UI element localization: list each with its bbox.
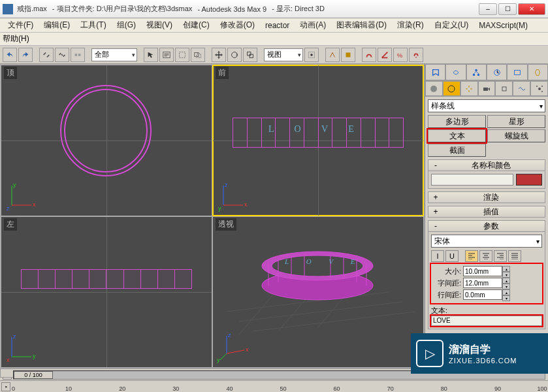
time-thumb[interactable]: 0 / 100 [14,371,53,379]
rollout-render-head[interactable]: + 渲染 [428,191,545,203]
object-type-grid: 多边形 星形 文本 螺旋线 截面 [425,115,548,157]
window-crossing-button[interactable] [191,48,205,62]
leading-spinner[interactable]: ▴▾ [502,289,510,300]
close-button[interactable]: ✕ [518,3,545,15]
menu-animation[interactable]: 动画(A) [295,18,331,32]
select-region-button[interactable] [175,48,189,62]
viewport-perspective[interactable]: 透视 L O V E z x y [213,217,423,367]
svg-line-50 [220,353,227,360]
btn-text[interactable]: 文本 [428,129,486,142]
subtab-systems[interactable] [530,81,548,96]
btn-polygon[interactable]: 多边形 [428,115,486,128]
spinner-snap-toggle[interactable] [409,48,423,62]
menu-maxscript[interactable]: MAXScript(M) [474,20,533,31]
menu-group[interactable]: 组(G) [112,18,141,32]
align-right-button[interactable] [494,250,507,262]
menu-rendering[interactable]: 渲染(R) [392,18,429,32]
svg-text:z: z [7,205,10,212]
love-text-persp: L O V E [285,257,363,265]
menu-modifiers[interactable]: 修改器(O) [215,18,260,32]
title-project: - 项目文件夹: D:\用户目录\我的文档\3dsmax [52,4,193,14]
rollout-params-head[interactable]: - 参数 [428,220,545,232]
viewport-left[interactable]: 左 z y x [1,217,212,367]
subtab-cameras[interactable] [478,81,496,96]
align-center-button[interactable] [479,250,492,262]
menu-help[interactable]: 帮助(H) [3,33,29,44]
scale-button[interactable] [243,48,257,62]
viewport-front[interactable]: 前 L O V E z x y [213,65,423,216]
trackbar-toggle[interactable]: ▪ [1,382,10,391]
menu-views[interactable]: 视图(V) [141,18,178,32]
keymode-button[interactable] [341,48,355,62]
tab-hierarchy[interactable] [466,64,487,80]
minimize-button[interactable]: – [479,3,497,15]
viewports: 顶 y x z 前 [0,64,425,368]
unlink-button[interactable] [55,48,69,62]
font-dropdown[interactable]: 宋体 [431,235,542,248]
subtab-shapes[interactable] [443,81,460,96]
menubar: 文件(F) 编辑(E) 工具(T) 组(G) 视图(V) 创建(C) 修改器(O… [0,18,548,33]
select-button[interactable] [144,48,158,62]
redo-button[interactable] [18,48,33,62]
menu-tools[interactable]: 工具(T) [75,18,111,32]
color-swatch[interactable] [516,174,542,186]
tab-create[interactable] [425,64,445,80]
size-label: 大小: [432,267,461,276]
menu-file[interactable]: 文件(F) [3,18,39,32]
bind-button[interactable] [71,48,85,62]
underline-button[interactable]: U [445,250,459,262]
viewport-top[interactable]: 顶 y x z [1,65,212,216]
pivot-button[interactable] [304,48,319,62]
rotate-button[interactable] [227,48,242,62]
percent-snap-toggle[interactable]: % [393,48,408,62]
collapse-icon: - [431,161,440,170]
ref-coord-dropdown[interactable]: 视图 [264,48,303,61]
subtab-helpers[interactable] [495,81,513,96]
subtab-lights[interactable] [460,81,478,96]
menu-edit[interactable]: 编辑(E) [39,18,75,32]
manipulate-button[interactable] [325,48,340,62]
text-input[interactable]: LOVE [431,316,542,326]
selection-filter-dropdown[interactable]: 全部 [91,48,137,61]
menu-create[interactable]: 创建(C) [178,18,215,32]
axis-gizmo: z y x [5,331,38,363]
menu-reactor[interactable]: reactor [260,20,295,31]
rollout-name-head[interactable]: - 名称和颜色 [428,159,545,171]
menu-customize[interactable]: 自定义(U) [429,18,474,32]
select-by-name-button[interactable] [159,48,174,62]
app-icon [3,4,13,14]
tab-modify[interactable] [445,64,466,80]
kerning-spinner[interactable]: ▴▾ [502,278,510,288]
svg-rect-56 [515,70,521,74]
subtab-spacewarps[interactable] [513,81,530,96]
leading-input[interactable]: 0.0mm [463,289,502,300]
params-body: 宋体 I U 大小: 10.0mm ▴▾ 字间距: 12.0mm [428,232,545,329]
object-name-input[interactable] [431,174,513,186]
kerning-input[interactable]: 12.0mm [463,278,502,288]
btn-helix[interactable]: 螺旋线 [487,129,545,142]
tab-motion[interactable] [487,64,507,80]
subtab-geometry[interactable] [425,81,443,96]
size-spinner[interactable]: ▴▾ [502,266,510,276]
link-button[interactable] [39,48,54,62]
size-input[interactable]: 10.0mm [463,266,502,276]
btn-section[interactable]: 截面 [428,144,486,157]
command-panel: 样条线 多边形 星形 文本 螺旋线 截面 - 名称和颜色 + 渲染 + 插值 -… [425,64,548,368]
italic-button[interactable]: I [431,250,444,262]
tab-utilities[interactable] [528,64,548,80]
undo-button[interactable] [3,48,17,62]
rollout-interp-head[interactable]: + 插值 [428,206,545,218]
trackbar[interactable]: ▪ 0 10 20 30 40 50 60 70 80 90 100 [0,380,548,392]
align-justify-button[interactable] [508,250,521,262]
move-button[interactable] [212,48,226,62]
svg-text:y: y [33,353,36,359]
menu-graph[interactable]: 图表编辑器(D) [331,18,392,32]
align-left-button[interactable] [465,250,478,262]
tab-display[interactable] [507,64,527,80]
shape-category-dropdown[interactable]: 样条线 [428,99,545,112]
maximize-button[interactable]: ☐ [498,3,517,15]
btn-star[interactable]: 星形 [487,115,545,128]
snap-toggle[interactable] [362,48,376,62]
angle-snap-toggle[interactable] [378,48,392,62]
svg-text:z: z [228,332,231,338]
